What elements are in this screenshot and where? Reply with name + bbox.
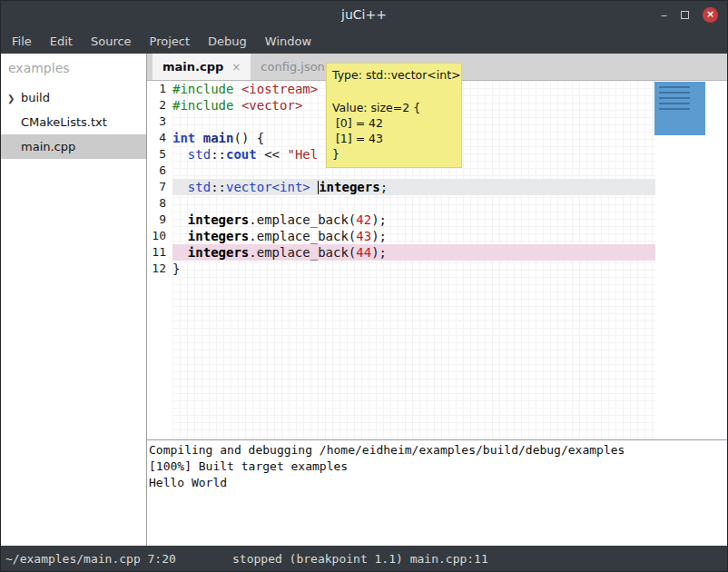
code-token: ; (380, 180, 388, 194)
code-text: std::vector<int> integers; (172, 179, 655, 195)
status-debug-state: stopped (breakpoint 1.1) main.cpp:11 (232, 552, 488, 566)
code-line[interactable]: 10 integers.emplace_back(43); (147, 228, 727, 244)
code-token: 43 (356, 229, 371, 243)
code-token: #include (172, 82, 233, 96)
code-token: .emplace_back( (249, 212, 356, 227)
line-number: 12 (147, 261, 172, 277)
code-text: integers.emplace_back(44); (172, 244, 655, 261)
debug-value-tooltip: Type: std::vector<int> Value: size=2 { [… (326, 63, 462, 168)
tab-label: config.json (261, 60, 325, 74)
tooltip-value: Value: size=2 { [0] = 42 [1] = 43} (332, 100, 456, 162)
code-line[interactable]: 7 std::vector<int> integers; (147, 179, 727, 195)
code-token: int (172, 131, 195, 145)
menu-item-file[interactable]: File (3, 30, 41, 53)
statusbar: ~/examples/main.cpp 7:20 stopped (breakp… (1, 546, 727, 571)
menu-item-project[interactable]: Project (141, 30, 199, 53)
app-window: juCi++ – × FileEditSourceProjectDebugWin… (0, 0, 728, 572)
code-text: integers.emplace_back(42); (172, 212, 655, 228)
line-number: 11 (147, 244, 172, 261)
code-token: <vector> (241, 98, 302, 113)
line-number: 1 (147, 81, 172, 97)
code-token: integers (188, 212, 249, 227)
menu-item-source[interactable]: Source (82, 30, 141, 53)
code-token: .emplace_back( (249, 229, 356, 243)
code-token: "Hel (287, 147, 318, 162)
code-token (172, 147, 188, 162)
line-number: 2 (147, 97, 172, 113)
code-token: :: (211, 147, 226, 162)
code-token (233, 98, 241, 113)
chevron-right-icon[interactable]: ❯ (7, 92, 15, 105)
tooltip-type-line: Type: std::vector<int> (332, 68, 456, 82)
code-token (172, 229, 188, 243)
code-token (172, 212, 188, 227)
code-token: std (188, 180, 211, 194)
sidebar: examples ❯buildCMakeLists.txtmain.cpp (1, 54, 147, 546)
code-token: ); (371, 245, 387, 260)
code-token: ); (371, 212, 387, 227)
code-token: integers (188, 245, 249, 260)
menu-item-window[interactable]: Window (256, 30, 320, 53)
code-token: <iostream> (241, 82, 318, 96)
code-token: () { (233, 131, 264, 145)
code-token: integers (188, 229, 249, 243)
code-token (195, 131, 202, 145)
code-text: integers.emplace_back(43); (172, 228, 655, 244)
maximize-icon[interactable] (681, 11, 689, 19)
code-line[interactable]: 12} (147, 261, 727, 277)
code-token: 42 (356, 212, 371, 227)
code-token: 44 (356, 245, 371, 260)
menu-item-edit[interactable]: Edit (41, 30, 82, 53)
code-token: std (188, 147, 211, 162)
file-tree: ❯buildCMakeLists.txtmain.cpp (1, 85, 146, 159)
tab-close-icon[interactable]: × (231, 61, 241, 74)
status-file-position: ~/examples/main.cpp 7:20 (5, 552, 176, 566)
code-token: .emplace_back( (249, 245, 356, 260)
code-token: <int> (272, 180, 310, 194)
code-token: :: (211, 180, 226, 194)
line-number: 8 (147, 195, 172, 212)
minimap-viewport[interactable] (654, 82, 705, 135)
tree-item-main.cpp[interactable]: main.cpp (1, 134, 146, 159)
code-line[interactable]: 9 integers.emplace_back(42); (147, 212, 727, 228)
tree-item-label: build (21, 91, 50, 104)
main-area: examples ❯buildCMakeLists.txtmain.cpp ma… (1, 54, 727, 546)
code-token: } (172, 261, 180, 276)
code-token: cout (226, 147, 257, 162)
line-number: 5 (147, 146, 172, 163)
tooltip-value-line: [0] = 42 (332, 115, 456, 131)
line-number: 4 (147, 130, 172, 146)
output-line: Compiling and debugging /home/eidheim/ex… (149, 442, 725, 459)
code-token (233, 82, 241, 96)
tree-item-cmakelists.txt[interactable]: CMakeLists.txt (1, 110, 146, 134)
window-controls: – × (661, 1, 718, 28)
menu-item-debug[interactable]: Debug (199, 30, 256, 53)
line-number: 9 (147, 212, 172, 228)
output-lines: Compiling and debugging /home/eidheim/ex… (149, 442, 725, 491)
tree-item-label: main.cpp (21, 140, 75, 153)
code-line[interactable]: 11 integers.emplace_back(44); (147, 244, 727, 261)
code-token: main (203, 131, 234, 145)
tree-item-label: CMakeLists.txt (21, 115, 107, 129)
close-icon[interactable]: × (703, 7, 718, 23)
tooltip-value-line: [1] = 43 (332, 131, 456, 146)
tab-main.cpp[interactable]: main.cpp× (152, 54, 251, 80)
code-token: integers (319, 180, 379, 194)
maximize-box-glyph (681, 11, 689, 19)
line-number: 6 (147, 163, 172, 179)
code-token: << (257, 147, 288, 162)
code-token (172, 245, 188, 260)
line-number: 10 (147, 228, 172, 244)
titlebar[interactable]: juCi++ – × (1, 1, 727, 28)
minimize-icon[interactable]: – (661, 8, 667, 21)
tooltip-value-line: } (332, 146, 456, 162)
output-line: [100%] Built target examples (149, 459, 725, 475)
output-panel[interactable]: Compiling and debugging /home/eidheim/ex… (147, 439, 727, 546)
project-name: examples (1, 54, 146, 85)
code-line[interactable]: 8 (147, 195, 727, 212)
code-token: ); (371, 229, 387, 243)
line-number: 3 (147, 113, 172, 130)
code-token (310, 180, 318, 194)
output-line: Hello World (149, 475, 725, 491)
tree-item-build[interactable]: ❯build (1, 85, 146, 110)
